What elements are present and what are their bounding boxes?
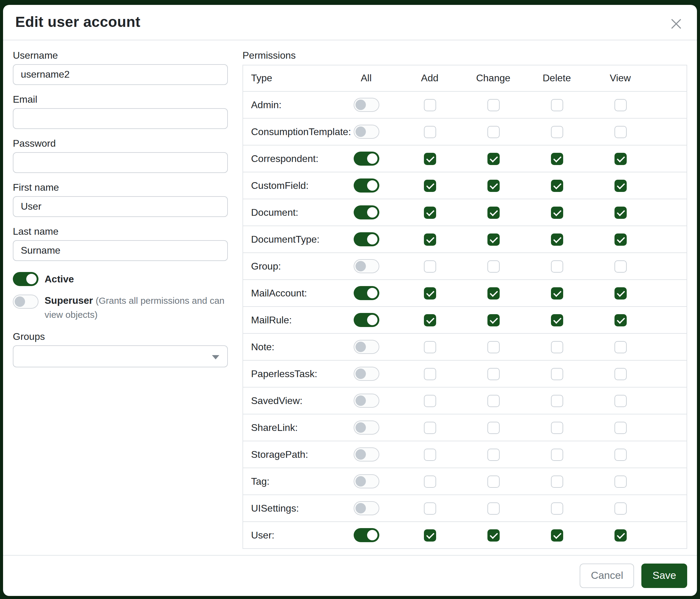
permission-change-checkbox[interactable] — [487, 287, 499, 299]
permission-delete-checkbox[interactable] — [551, 287, 563, 299]
permission-change-checkbox[interactable] — [487, 502, 499, 514]
permission-view-checkbox[interactable] — [614, 179, 626, 192]
permission-view-checkbox[interactable] — [614, 126, 626, 138]
permission-change-checkbox[interactable] — [487, 233, 499, 245]
permission-row-spacer — [652, 360, 687, 387]
permission-view-checkbox[interactable] — [614, 287, 626, 299]
permission-all-toggle[interactable] — [353, 98, 379, 112]
permission-all-toggle[interactable] — [353, 501, 379, 515]
permission-all-toggle[interactable] — [353, 448, 379, 461]
permission-view-checkbox[interactable] — [614, 233, 626, 245]
permission-add-checkbox[interactable] — [424, 502, 436, 514]
permission-change-checkbox[interactable] — [487, 206, 499, 218]
permission-change-checkbox[interactable] — [487, 394, 499, 407]
permission-change-checkbox[interactable] — [487, 368, 499, 380]
permission-change-checkbox[interactable] — [487, 314, 499, 326]
permission-delete-checkbox[interactable] — [551, 502, 563, 514]
permission-view-checkbox[interactable] — [614, 314, 626, 326]
permission-view-checkbox[interactable] — [614, 368, 626, 380]
permission-change-checkbox[interactable] — [487, 422, 499, 434]
permission-delete-checkbox[interactable] — [551, 394, 563, 407]
permission-all-toggle[interactable] — [353, 286, 379, 300]
permission-all-toggle[interactable] — [353, 313, 379, 327]
permission-view-checkbox[interactable] — [614, 448, 626, 460]
permission-view-checkbox[interactable] — [614, 152, 626, 165]
permission-all-toggle[interactable] — [353, 474, 379, 488]
permission-delete-checkbox[interactable] — [551, 260, 563, 272]
permission-all-toggle[interactable] — [353, 206, 379, 219]
password-input[interactable] — [13, 152, 228, 173]
permission-add-checkbox[interactable] — [424, 529, 436, 541]
permission-all-toggle[interactable] — [353, 232, 379, 246]
permission-view-checkbox[interactable] — [614, 206, 626, 218]
permission-all-toggle[interactable] — [353, 340, 379, 354]
permission-add-checkbox[interactable] — [424, 341, 436, 353]
permission-add-checkbox[interactable] — [424, 314, 436, 326]
first-name-label: First name — [13, 182, 228, 193]
permission-view-checkbox[interactable] — [614, 422, 626, 434]
permission-delete-checkbox[interactable] — [551, 233, 563, 245]
permission-all-toggle[interactable] — [353, 125, 379, 139]
groups-select[interactable] — [13, 346, 228, 368]
superuser-toggle[interactable] — [13, 295, 39, 309]
permission-all-toggle[interactable] — [353, 421, 379, 435]
permission-delete-checkbox[interactable] — [551, 368, 563, 380]
email-input[interactable] — [13, 108, 228, 129]
permission-add-checkbox[interactable] — [424, 206, 436, 218]
first-name-input[interactable] — [13, 196, 228, 217]
permission-change-checkbox[interactable] — [487, 99, 499, 111]
permission-all-toggle[interactable] — [353, 259, 379, 273]
permission-change-checkbox[interactable] — [487, 475, 499, 487]
permission-delete-checkbox[interactable] — [551, 314, 563, 326]
cancel-button[interactable]: Cancel — [580, 564, 634, 588]
permission-delete-checkbox[interactable] — [551, 99, 563, 111]
permission-add-checkbox[interactable] — [424, 152, 436, 165]
permission-view-checkbox[interactable] — [614, 341, 626, 353]
permission-add-checkbox[interactable] — [424, 368, 436, 380]
permission-delete-checkbox[interactable] — [551, 126, 563, 138]
permission-view-checkbox[interactable] — [614, 502, 626, 514]
permission-add-checkbox[interactable] — [424, 448, 436, 460]
permission-add-checkbox[interactable] — [424, 394, 436, 407]
permission-add-checkbox[interactable] — [424, 422, 436, 434]
permission-view-checkbox[interactable] — [614, 99, 626, 111]
permission-change-checkbox[interactable] — [487, 152, 499, 165]
permission-change-checkbox[interactable] — [487, 126, 499, 138]
permission-add-checkbox[interactable] — [424, 260, 436, 272]
permission-add-checkbox[interactable] — [424, 99, 436, 111]
permission-add-checkbox[interactable] — [424, 287, 436, 299]
last-name-input[interactable] — [13, 240, 228, 261]
permission-delete-checkbox[interactable] — [551, 341, 563, 353]
permission-change-checkbox[interactable] — [487, 448, 499, 460]
permission-delete-checkbox[interactable] — [551, 448, 563, 460]
permission-delete-checkbox[interactable] — [551, 475, 563, 487]
close-button[interactable] — [668, 15, 685, 32]
permission-type-label: DocumentType: — [251, 234, 320, 244]
permission-delete-checkbox[interactable] — [551, 206, 563, 218]
permission-view-checkbox[interactable] — [614, 260, 626, 272]
permission-view-checkbox[interactable] — [614, 475, 626, 487]
permission-change-checkbox[interactable] — [487, 529, 499, 541]
permission-all-toggle[interactable] — [353, 367, 379, 381]
permission-all-toggle[interactable] — [353, 528, 379, 542]
permission-delete-checkbox[interactable] — [551, 422, 563, 434]
permission-delete-checkbox[interactable] — [551, 179, 563, 192]
active-toggle[interactable] — [13, 272, 39, 286]
permission-change-checkbox[interactable] — [487, 179, 499, 192]
permission-all-toggle[interactable] — [353, 178, 379, 193]
permission-change-checkbox[interactable] — [487, 341, 499, 353]
permission-add-checkbox[interactable] — [424, 179, 436, 192]
toggle-knob — [367, 530, 377, 540]
save-button[interactable]: Save — [642, 564, 688, 588]
permission-view-checkbox[interactable] — [614, 529, 626, 541]
permission-all-toggle[interactable] — [353, 151, 379, 166]
permission-add-checkbox[interactable] — [424, 126, 436, 138]
permission-add-checkbox[interactable] — [424, 233, 436, 245]
permission-add-checkbox[interactable] — [424, 475, 436, 487]
permission-view-checkbox[interactable] — [614, 394, 626, 407]
permission-change-checkbox[interactable] — [487, 260, 499, 272]
permission-all-toggle[interactable] — [353, 393, 379, 408]
permission-delete-checkbox[interactable] — [551, 152, 563, 165]
permission-delete-checkbox[interactable] — [551, 529, 563, 541]
username-input[interactable] — [13, 64, 228, 85]
